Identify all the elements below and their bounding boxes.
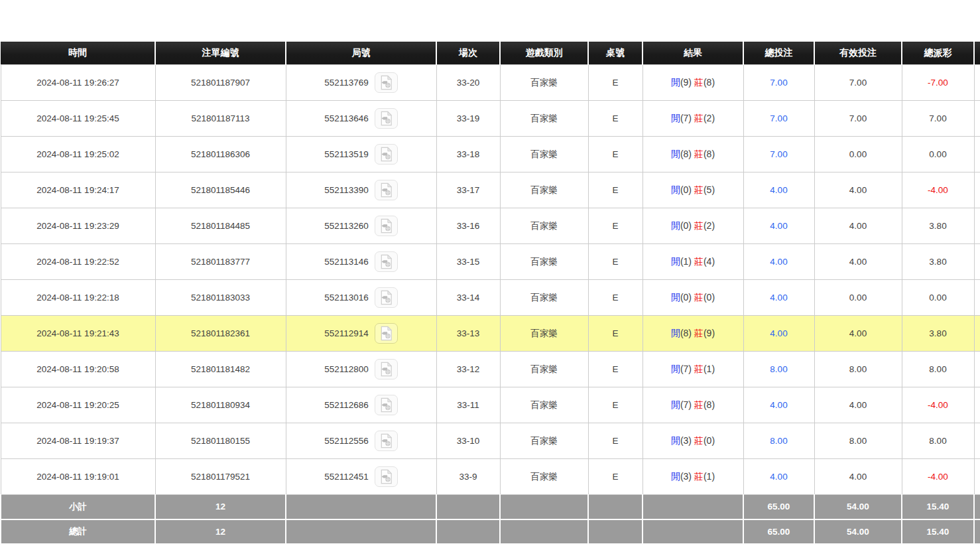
video-replay-button[interactable] xyxy=(375,323,398,344)
cell-total-bet: 4.00 xyxy=(743,172,814,208)
subtotal-row: 小計 12 65.00 54.00 15.40 xyxy=(1,495,980,519)
cell-total-bet: 4.00 xyxy=(743,244,814,280)
cell-table-no: E xyxy=(588,387,643,423)
grand-total-empty-cell xyxy=(588,519,643,544)
player-score: (0) xyxy=(680,292,692,303)
banker-label: 莊 xyxy=(694,149,704,159)
banker-label: 莊 xyxy=(694,184,704,195)
cell-extra xyxy=(974,280,980,316)
cell-total-bet: 4.00 xyxy=(743,459,814,495)
banker-label: 莊 xyxy=(694,256,704,267)
video-file-icon xyxy=(379,469,394,484)
cell-round-no: 552113016 xyxy=(286,280,436,316)
cell-valid-bet: 4.00 xyxy=(814,459,902,495)
cell-total-bet: 7.00 xyxy=(743,137,814,172)
round-number: 552113260 xyxy=(324,221,369,231)
cell-session: 33-20 xyxy=(436,65,500,101)
cell-extra xyxy=(974,244,980,280)
cell-time: 2024-08-11 19:24:17 xyxy=(1,172,155,208)
table-row: 2024-08-11 19:20:25 521801180934 5521126… xyxy=(1,387,980,423)
cell-valid-bet: 4.00 xyxy=(814,244,902,280)
cell-session: 33-17 xyxy=(436,172,500,208)
column-header-valid_bet: 有效投注 xyxy=(814,42,902,65)
video-replay-button[interactable] xyxy=(375,431,398,451)
cell-extra xyxy=(974,137,980,172)
column-header-time: 時間 xyxy=(1,42,155,65)
video-file-icon xyxy=(379,326,394,341)
cell-valid-bet: 8.00 xyxy=(814,352,902,387)
column-header-payout: 總派彩 xyxy=(902,42,974,65)
cell-round-no: 552112686 xyxy=(286,387,436,423)
grand-total-empty-cell xyxy=(643,519,743,544)
cell-extra xyxy=(974,208,980,244)
cell-session: 33-18 xyxy=(436,137,500,172)
subtotal-total-bet: 65.00 xyxy=(743,495,814,519)
player-label: 閒 xyxy=(671,364,680,374)
cell-round-no: 552113390 xyxy=(286,172,436,208)
video-replay-button[interactable] xyxy=(375,144,398,165)
cell-total-bet: 7.00 xyxy=(743,101,814,137)
column-header-round_no: 局號 xyxy=(286,42,436,65)
cell-session: 33-19 xyxy=(436,101,500,137)
cell-table-no: E xyxy=(588,423,643,459)
cell-time: 2024-08-11 19:19:01 xyxy=(1,459,155,495)
video-replay-button[interactable] xyxy=(375,108,398,129)
player-label: 閒 xyxy=(671,292,680,303)
video-replay-button[interactable] xyxy=(375,395,398,415)
cell-bet-id: 521801184485 xyxy=(155,208,286,244)
cell-time: 2024-08-11 19:25:45 xyxy=(1,101,155,137)
cell-result: 閒(9) 莊(8) xyxy=(643,65,743,101)
cell-session: 33-10 xyxy=(436,423,500,459)
cell-total-bet: 4.00 xyxy=(743,280,814,316)
video-replay-button[interactable] xyxy=(375,466,398,487)
round-number: 552112800 xyxy=(324,364,369,374)
subtotal-label: 小計 xyxy=(1,495,155,519)
player-label: 閒 xyxy=(671,184,680,195)
cell-session: 33-16 xyxy=(436,208,500,244)
video-file-icon xyxy=(379,218,394,234)
banker-score: (8) xyxy=(704,399,715,410)
cell-round-no: 552112800 xyxy=(286,352,436,387)
cell-table-no: E xyxy=(588,137,643,172)
table-row: 2024-08-11 19:22:18 521801183033 5521130… xyxy=(1,280,980,316)
cell-total-bet: 4.00 xyxy=(743,208,814,244)
cell-table-no: E xyxy=(588,280,643,316)
table-row: 2024-08-11 19:23:29 521801184485 5521132… xyxy=(1,208,980,244)
cell-payout: 8.00 xyxy=(902,423,974,459)
video-replay-button[interactable] xyxy=(375,287,398,308)
cell-payout: 0.00 xyxy=(902,280,974,316)
player-score: (0) xyxy=(680,220,692,231)
banker-label: 莊 xyxy=(694,77,704,88)
cell-round-no: 552113519 xyxy=(286,137,436,172)
video-replay-button[interactable] xyxy=(375,251,398,272)
cell-round-no: 552113146 xyxy=(286,244,436,280)
cell-time: 2024-08-11 19:19:37 xyxy=(1,423,155,459)
banker-score: (5) xyxy=(704,184,715,195)
video-replay-button[interactable] xyxy=(375,359,398,379)
video-replay-button[interactable] xyxy=(375,216,398,236)
video-replay-button[interactable] xyxy=(375,180,398,200)
cell-game-type: 百家樂 xyxy=(500,101,588,137)
player-score: (8) xyxy=(680,149,692,159)
round-number: 552112556 xyxy=(324,436,369,446)
cell-payout: 3.80 xyxy=(902,208,974,244)
cell-session: 33-14 xyxy=(436,280,500,316)
banker-label: 莊 xyxy=(694,328,704,338)
cell-payout: 3.80 xyxy=(902,316,974,352)
video-replay-button[interactable] xyxy=(375,72,398,93)
cell-extra xyxy=(974,316,980,352)
cell-valid-bet: 7.00 xyxy=(814,65,902,101)
cell-bet-id: 521801183033 xyxy=(155,280,286,316)
subtotal-empty-cell xyxy=(974,495,980,519)
cell-time: 2024-08-11 19:22:18 xyxy=(1,280,155,316)
player-label: 閒 xyxy=(671,471,680,482)
banker-label: 莊 xyxy=(694,220,704,231)
cell-game-type: 百家樂 xyxy=(500,459,588,495)
banker-score: (9) xyxy=(704,328,715,338)
grand-total-total-bet: 65.00 xyxy=(743,519,814,544)
grand-total-empty-cell xyxy=(436,519,500,544)
cell-result: 閒(0) 莊(5) xyxy=(643,172,743,208)
cell-payout: 3.80 xyxy=(902,244,974,280)
cell-extra xyxy=(974,352,980,387)
cell-game-type: 百家樂 xyxy=(500,352,588,387)
